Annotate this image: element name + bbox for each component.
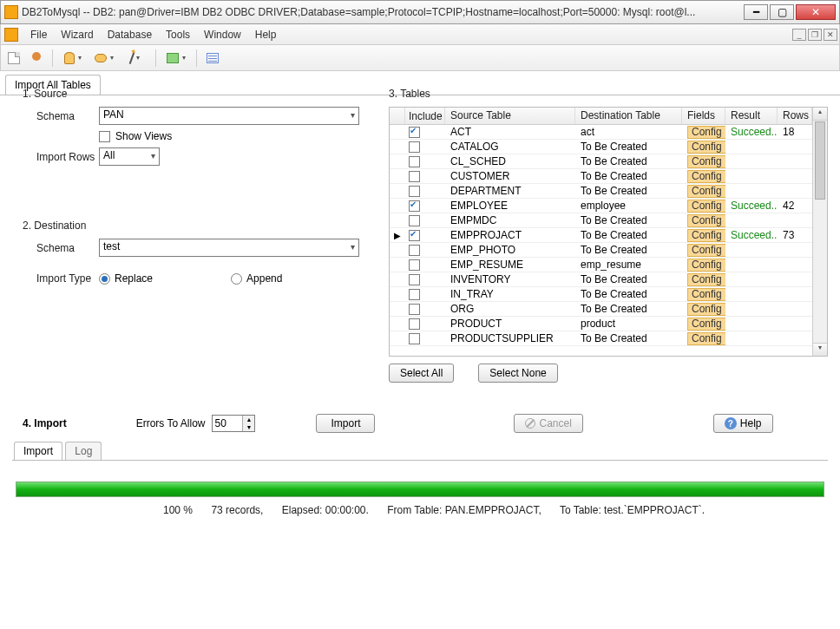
row-include-checkbox[interactable] <box>409 186 420 197</box>
row-config-button[interactable]: Config <box>687 273 725 286</box>
row-include-checkbox[interactable] <box>409 333 420 344</box>
tab-import-log[interactable]: Import <box>14 442 62 460</box>
spin-down-icon[interactable]: ▼ <box>242 423 254 431</box>
errors-to-allow-input[interactable] <box>213 416 242 431</box>
row-pointer-icon <box>390 184 405 199</box>
toolbar-box-dropdown[interactable] <box>162 49 190 68</box>
mdi-close-button[interactable]: ✕ <box>824 29 837 41</box>
col-fields[interactable]: Fields <box>682 108 725 124</box>
table-row[interactable]: EMP_RESUMEemp_resumeConfig <box>390 258 812 272</box>
select-none-button[interactable]: Select None <box>478 364 557 383</box>
row-config-button[interactable]: Config <box>687 185 725 198</box>
row-config-button[interactable]: Config <box>687 126 725 139</box>
help-button[interactable]: ?Help <box>713 414 773 433</box>
source-schema-select[interactable]: PAN <box>99 107 359 125</box>
row-include-checkbox[interactable] <box>409 171 420 182</box>
table-row[interactable]: PRODUCTproductConfig <box>390 317 812 331</box>
table-row[interactable]: ▶EMPPROJACTTo Be CreatedConfigSucceed...… <box>390 228 812 243</box>
table-row[interactable]: EMPLOYEEemployeeConfigSucceed...42 <box>390 199 812 213</box>
toolbar-new-icon[interactable] <box>4 49 23 68</box>
row-config-button[interactable]: Config <box>687 170 725 183</box>
menu-wizard[interactable]: Wizard <box>54 26 100 43</box>
row-include-checkbox[interactable] <box>409 304 420 315</box>
toolbar-user-icon[interactable] <box>27 49 46 68</box>
tab-log[interactable]: Log <box>65 442 102 460</box>
row-include-checkbox[interactable] <box>409 318 420 330</box>
select-all-button[interactable]: Select All <box>389 364 454 383</box>
toolbar-database-dropdown[interactable] <box>59 49 87 68</box>
table-row[interactable]: EMPMDCTo Be CreatedConfig <box>390 213 812 228</box>
import-type-replace-radio[interactable] <box>99 273 110 285</box>
table-row[interactable]: IN_TRAYTo Be CreatedConfig <box>390 287 812 302</box>
scroll-up-arrow-icon[interactable]: ▴ <box>813 108 827 121</box>
col-source[interactable]: Source Table <box>445 108 575 124</box>
mdi-restore-button[interactable]: ❐ <box>808 29 822 41</box>
row-include-checkbox[interactable] <box>409 289 420 300</box>
menu-database[interactable]: Database <box>101 26 159 43</box>
row-include-checkbox[interactable] <box>409 200 420 212</box>
import-rows-select[interactable]: All <box>99 147 160 166</box>
row-include-checkbox[interactable] <box>409 245 420 256</box>
row-source: EMPMDC <box>445 214 575 226</box>
row-config-button[interactable]: Config <box>687 318 725 331</box>
col-rows[interactable]: Rows <box>778 108 812 124</box>
row-include-checkbox[interactable] <box>409 274 420 285</box>
row-config-button[interactable]: Config <box>687 229 725 242</box>
row-config-button[interactable]: Config <box>687 244 725 257</box>
errors-to-allow-label: Errors To Allow <box>136 417 206 429</box>
row-config-button[interactable]: Config <box>687 141 725 154</box>
table-row[interactable]: PRODUCTSUPPLIERTo Be CreatedConfig <box>390 331 812 346</box>
menu-help[interactable]: Help <box>248 26 284 43</box>
row-include-checkbox[interactable] <box>409 156 420 167</box>
row-config-button[interactable]: Config <box>687 259 725 272</box>
menu-window[interactable]: Window <box>197 26 248 43</box>
scroll-thumb[interactable] <box>815 121 825 200</box>
col-include[interactable]: Include <box>405 108 445 124</box>
col-dest[interactable]: Destination Table <box>575 108 682 124</box>
table-row[interactable]: EMP_PHOTOTo Be CreatedConfig <box>390 243 812 258</box>
toolbar-wizard-dropdown[interactable] <box>121 49 149 68</box>
scroll-down-arrow-icon[interactable]: ▾ <box>813 343 827 356</box>
row-config-button[interactable]: Config <box>687 288 725 301</box>
row-include-checkbox[interactable] <box>409 127 420 138</box>
row-config-button[interactable]: Config <box>687 303 725 316</box>
row-include-checkbox[interactable] <box>409 141 420 153</box>
row-config-button[interactable]: Config <box>687 332 725 345</box>
row-config-button[interactable]: Config <box>687 214 725 227</box>
import-button[interactable]: Import <box>316 414 375 433</box>
row-include-checkbox[interactable] <box>409 230 420 241</box>
dest-schema-select[interactable]: test <box>99 239 359 257</box>
row-config-button[interactable]: Config <box>687 155 725 168</box>
table-row[interactable]: ACTactConfigSucceed...18 <box>390 125 812 140</box>
table-row[interactable]: INVENTORYTo Be CreatedConfig <box>390 272 812 287</box>
show-views-checkbox[interactable] <box>99 131 110 142</box>
source-heading: 1. Source <box>23 88 375 100</box>
window-minimize-button[interactable]: ━ <box>744 4 768 20</box>
toolbar-list-icon[interactable] <box>203 49 222 68</box>
mdi-minimize-button[interactable]: _ <box>792 29 806 41</box>
row-dest: To Be Created <box>575 229 682 241</box>
row-include-checkbox[interactable] <box>409 215 420 226</box>
toolbar-key-dropdown[interactable] <box>90 49 118 68</box>
window-maximize-button[interactable]: ▢ <box>770 4 794 20</box>
window-close-button[interactable]: ✕ <box>796 4 836 20</box>
col-result[interactable]: Result <box>725 108 778 124</box>
cancel-button[interactable]: Cancel <box>514 414 582 433</box>
row-rows: 42 <box>778 200 812 212</box>
toolbar-separator <box>155 49 156 67</box>
table-row[interactable]: DEPARTMENTTo Be CreatedConfig <box>390 184 812 199</box>
table-row[interactable]: CUSTOMERTo Be CreatedConfig <box>390 169 812 184</box>
row-include-checkbox[interactable] <box>409 259 420 271</box>
spin-up-icon[interactable]: ▲ <box>242 416 254 423</box>
table-row[interactable]: CATALOGTo Be CreatedConfig <box>390 140 812 154</box>
errors-to-allow-spinner[interactable]: ▲▼ <box>212 415 255 432</box>
row-config-button[interactable]: Config <box>687 200 725 213</box>
tables-vertical-scrollbar[interactable]: ▴ ▾ <box>812 108 827 356</box>
import-type-append-radio[interactable] <box>231 273 242 285</box>
table-row[interactable]: ORGTo Be CreatedConfig <box>390 302 812 317</box>
menu-file[interactable]: File <box>23 26 54 43</box>
menu-tools[interactable]: Tools <box>159 26 197 43</box>
row-result: Succeed... <box>725 200 778 212</box>
table-row[interactable]: CL_SCHEDTo Be CreatedConfig <box>390 154 812 169</box>
status-records: 73 records, <box>211 504 263 516</box>
